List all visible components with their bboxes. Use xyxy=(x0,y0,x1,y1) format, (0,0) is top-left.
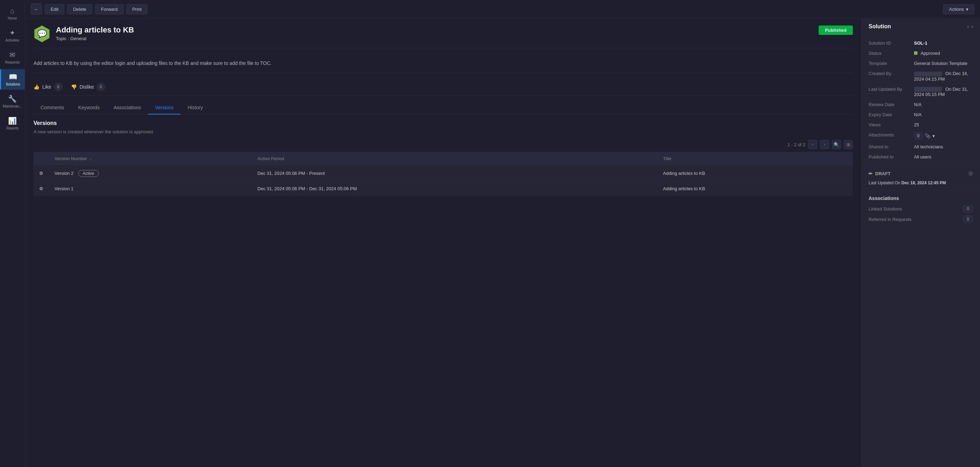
tab-versions[interactable]: Versions xyxy=(148,101,181,114)
row2-settings[interactable]: ⚙ xyxy=(33,181,49,197)
panel-title: Solution xyxy=(869,23,891,30)
table-row: ⚙ Version 1 Dec 31, 2024 05:06 PM - Dec … xyxy=(33,181,853,197)
sidebar-item-maintenance[interactable]: 🔧 Maintenan... xyxy=(0,91,25,112)
created-by-value: On Dec 16, 2024 04:15 PM xyxy=(914,71,973,82)
table-header-row: Version Number ↓ Active Period Title xyxy=(33,152,853,166)
associations-section: Associations Linked Solutions 0 Referred… xyxy=(862,191,980,231)
maintenance-icon: 🔧 xyxy=(8,95,17,103)
panel-next-button[interactable]: › xyxy=(971,23,973,30)
print-button[interactable]: Print xyxy=(126,4,148,14)
table-row: ⚙ Version 2 Active Dec 31, 2024 05:06 PM… xyxy=(33,166,853,181)
solution-body: Add articles to KB by using the editor l… xyxy=(33,54,853,73)
active-badge: Active xyxy=(78,170,99,177)
solution-id-value: SOL-1 xyxy=(914,40,973,46)
col-settings xyxy=(33,152,49,166)
tab-keywords[interactable]: Keywords xyxy=(71,101,107,114)
field-review-date: Review Date N/A xyxy=(869,102,973,107)
versions-description: A new version is created whenever the so… xyxy=(33,129,853,134)
field-attachments: Attachments 0 📎 ▾ xyxy=(869,132,973,139)
referred-requests-count: 0 xyxy=(963,216,973,223)
forward-button[interactable]: Forward xyxy=(95,4,124,14)
sidebar-label-activities: Activities xyxy=(6,38,19,42)
field-created-by: Created By On Dec 16, 2024 04:15 PM xyxy=(869,71,973,82)
field-solution-id: Solution ID SOL-1 xyxy=(869,40,973,46)
dislike-button[interactable]: 👎 Dislike 0 xyxy=(71,83,105,91)
sidebar-label-reports: Reports xyxy=(6,126,19,130)
draft-label: ✏ DRAFT xyxy=(869,171,891,176)
tab-comments[interactable]: Comments xyxy=(33,101,71,114)
draft-section: ✏ DRAFT ⚙ Last Updated On Dec 18, 2024 1… xyxy=(862,165,980,191)
dislike-count: 0 xyxy=(97,83,105,91)
referred-requests-label: Referred in Requests xyxy=(869,217,912,222)
tab-associations[interactable]: Associations xyxy=(107,101,148,114)
attachments-label: Attachments xyxy=(869,132,914,139)
solution-detail: 💬 Adding articles to KB Topic : General … xyxy=(25,19,861,467)
sidebar-label-requests: Requests xyxy=(5,60,19,64)
sidebar-item-activities[interactable]: ✦ Activities xyxy=(0,25,25,46)
field-status: Status Approved xyxy=(869,51,973,56)
last-updated-blurred xyxy=(914,87,942,92)
linked-solutions-count: 0 xyxy=(963,205,973,212)
topic-prefix: Topic : xyxy=(56,36,69,41)
activities-icon: ✦ xyxy=(10,29,15,37)
row2-period: Dec 31, 2024 05:06 PM - Dec 31, 2024 05:… xyxy=(252,181,657,197)
sidebar-label-solutions: Solutions xyxy=(6,83,20,86)
back-arrow-icon: ← xyxy=(34,6,38,12)
published-badge: Published xyxy=(819,25,853,35)
back-button[interactable]: ← xyxy=(31,3,42,15)
main-area: ← Edit Delete Forward Print Actions ▾ 💬 … xyxy=(25,0,980,467)
row1-version: Version 2 Active xyxy=(49,166,252,181)
published-to-value: All users xyxy=(914,154,973,159)
field-last-updated: Last Updated By On Dec 31, 2024 05:15 PM xyxy=(869,87,973,97)
panel-prev-button[interactable]: ‹ xyxy=(967,23,969,30)
pagination-bar: 1 - 2 of 2 ‹ › 🔍 ⊞ xyxy=(33,140,853,149)
sidebar-item-reports[interactable]: 📊 Reports xyxy=(0,113,25,134)
review-date-label: Review Date xyxy=(869,102,914,107)
thumbs-down-icon: 👎 xyxy=(71,84,77,90)
dislike-label: Dislike xyxy=(80,84,94,90)
like-button[interactable]: 👍 Like 0 xyxy=(33,83,62,91)
attach-count: 0 xyxy=(914,132,923,139)
solution-icon: 💬 xyxy=(33,25,50,42)
like-area: 👍 Like 0 👎 Dislike 0 xyxy=(33,79,853,95)
row1-period: Dec 31, 2024 05:06 PM - Present xyxy=(252,166,657,181)
delete-button[interactable]: Delete xyxy=(67,4,92,14)
last-updated-value: On Dec 31, 2024 05:15 PM xyxy=(914,87,973,97)
sidebar-item-home[interactable]: ⌂ Home xyxy=(0,3,25,24)
versions-table: Version Number ↓ Active Period Title xyxy=(33,152,853,196)
draft-edit-icon: ✏ xyxy=(869,171,872,176)
status-value: Approved xyxy=(914,51,973,56)
col-version-number: Version Number ↓ xyxy=(49,152,252,166)
sidebar-item-requests[interactable]: ✉ Requests xyxy=(0,47,25,68)
field-shared-to: Shared to All technicians xyxy=(869,144,973,149)
views-value: 25 xyxy=(914,122,973,127)
columns-icon[interactable]: ⊞ xyxy=(844,140,853,149)
attach-chevron-icon: ▾ xyxy=(932,133,935,138)
thumbs-up-icon: 👍 xyxy=(33,84,40,90)
shared-to-value: All technicians xyxy=(914,144,973,149)
sidebar-item-solutions[interactable]: 📖 Solutions xyxy=(0,69,25,90)
like-count: 0 xyxy=(54,83,62,91)
sidebar-label-maintenance: Maintenan... xyxy=(3,104,22,108)
prev-page-button[interactable]: ‹ xyxy=(808,140,817,149)
versions-section: Versions A new version is created whenev… xyxy=(33,114,853,202)
row1-settings[interactable]: ⚙ xyxy=(33,166,49,181)
paperclip-icon: 📎 xyxy=(925,133,931,138)
edit-button[interactable]: Edit xyxy=(45,4,64,14)
field-published-to: Published to All users xyxy=(869,154,973,159)
reports-icon: 📊 xyxy=(8,117,17,125)
search-page-icon[interactable]: 🔍 xyxy=(832,140,841,149)
tab-history[interactable]: History xyxy=(181,101,210,114)
sidebar-label-home: Home xyxy=(8,16,17,20)
review-date-value: N/A xyxy=(914,102,973,107)
solutions-icon: 📖 xyxy=(9,73,18,81)
actions-button[interactable]: Actions ▾ xyxy=(943,4,974,14)
status-label: Status xyxy=(869,51,914,56)
next-page-button[interactable]: › xyxy=(820,140,829,149)
draft-settings-icon[interactable]: ⚙ xyxy=(968,170,973,177)
actions-chevron-icon: ▾ xyxy=(966,6,969,12)
solution-info: Adding articles to KB Topic : General xyxy=(56,25,134,41)
sidebar: ⌂ Home ✦ Activities ✉ Requests 📖 Solutio… xyxy=(0,0,25,467)
linked-solutions-row: Linked Solutions 0 xyxy=(869,205,973,212)
referred-requests-row: Referred in Requests 0 xyxy=(869,216,973,223)
